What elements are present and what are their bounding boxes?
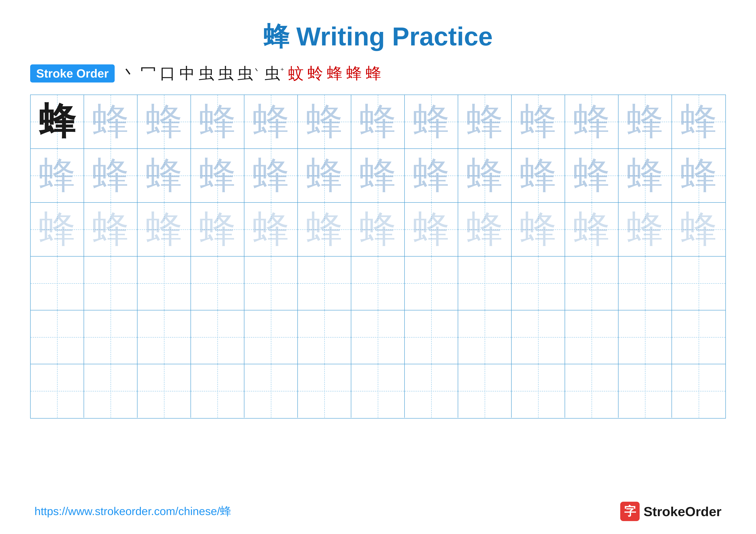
grid-cell-r6-c9[interactable]	[458, 364, 512, 418]
grid-cell-r4-c11[interactable]	[565, 257, 618, 310]
grid-cell-r1-c8: 蜂	[405, 95, 458, 148]
grid-cell-r2-c10: 蜂	[512, 149, 565, 202]
grid-cell-r4-c3[interactable]	[138, 257, 191, 310]
grid-cell-r4-c6[interactable]	[298, 257, 351, 310]
grid-cell-r3-c3: 蜂	[138, 203, 191, 256]
grid-cell-r4-c12[interactable]	[618, 257, 672, 310]
grid-cell-r6-c7[interactable]	[351, 364, 405, 418]
grid-cell-r1-c5: 蜂	[244, 95, 298, 148]
grid-row-1: 蜂 蜂 蜂 蜂 蜂 蜂 蜂 蜂 蜂 蜂 蜂 蜂 蜂	[31, 95, 725, 149]
grid-cell-r5-c8[interactable]	[405, 310, 458, 364]
stroke-step-7: 虫丶	[237, 63, 261, 84]
grid-cell-r4-c1[interactable]	[31, 257, 84, 310]
grid-cell-r5-c12[interactable]	[618, 310, 672, 364]
grid-cell-r2-c9: 蜂	[458, 149, 512, 202]
grid-cell-r1-c7: 蜂	[351, 95, 405, 148]
grid-cell-r1-c13: 蜂	[672, 95, 725, 148]
title-character: 蜂	[263, 22, 289, 51]
grid-cell-r4-c8[interactable]	[405, 257, 458, 310]
grid-cell-r2-c5: 蜂	[244, 149, 298, 202]
grid-cell-r2-c7: 蜂	[351, 149, 405, 202]
grid-cell-r2-c12: 蜂	[618, 149, 672, 202]
grid-cell-r4-c7[interactable]	[351, 257, 405, 310]
grid-row-2: 蜂 蜂 蜂 蜂 蜂 蜂 蜂 蜂 蜂 蜂 蜂 蜂 蜂	[31, 149, 725, 203]
grid-cell-r6-c11[interactable]	[565, 364, 618, 418]
stroke-step-4: 中	[179, 63, 195, 84]
grid-cell-r6-c2[interactable]	[84, 364, 138, 418]
grid-cell-r5-c9[interactable]	[458, 310, 512, 364]
grid-cell-r6-c4[interactable]	[191, 364, 244, 418]
grid-cell-r6-c10[interactable]	[512, 364, 565, 418]
grid-cell-r5-c5[interactable]	[244, 310, 298, 364]
grid-cell-r1-c9: 蜂	[458, 95, 512, 148]
grid-cell-r2-c13: 蜂	[672, 149, 725, 202]
grid-cell-r5-c6[interactable]	[298, 310, 351, 364]
grid-cell-r4-c2[interactable]	[84, 257, 138, 310]
stroke-step-10: 蛉	[308, 63, 323, 84]
grid-cell-r1-c2: 蜂	[84, 95, 138, 148]
grid-row-5	[31, 310, 725, 364]
page: 蜂 Writing Practice Stroke Order 丶 冖 口 中 …	[0, 0, 756, 534]
grid-cell-r2-c8: 蜂	[405, 149, 458, 202]
footer: https://www.strokeorder.com/chinese/蜂 字 …	[17, 495, 739, 521]
grid-cell-r2-c6: 蜂	[298, 149, 351, 202]
grid-cell-r2-c1: 蜂	[31, 149, 84, 202]
grid-cell-r6-c1[interactable]	[31, 364, 84, 418]
stroke-step-3: 口	[160, 63, 176, 84]
grid-cell-r3-c5: 蜂	[244, 203, 298, 256]
stroke-order-badge: Stroke Order	[30, 64, 115, 83]
grid-cell-r1-c3: 蜂	[138, 95, 191, 148]
grid-cell-r5-c4[interactable]	[191, 310, 244, 364]
grid-cell-r6-c3[interactable]	[138, 364, 191, 418]
grid-cell-r3-c11: 蜂	[565, 203, 618, 256]
grid-row-4	[31, 257, 725, 310]
grid-cell-r5-c2[interactable]	[84, 310, 138, 364]
stroke-order-row: Stroke Order 丶 冖 口 中 虫 虫 虫丶 虫⁺ 蚊 蛉 蜂 蜂 蜂	[17, 63, 739, 84]
grid-cell-r3-c8: 蜂	[405, 203, 458, 256]
stroke-step-8: 虫⁺	[265, 63, 284, 84]
grid-cell-r6-c6[interactable]	[298, 364, 351, 418]
grid-cell-r5-c3[interactable]	[138, 310, 191, 364]
stroke-step-13: 蜂	[366, 63, 381, 84]
grid-cell-r3-c9: 蜂	[458, 203, 512, 256]
stroke-step-6: 虫	[218, 63, 233, 84]
grid-cell-r1-c12: 蜂	[618, 95, 672, 148]
grid-cell-r4-c9[interactable]	[458, 257, 512, 310]
stroke-step-5: 虫	[199, 63, 214, 84]
grid-cell-r4-c10[interactable]	[512, 257, 565, 310]
grid-cell-r4-c4[interactable]	[191, 257, 244, 310]
grid-cell-r4-c13[interactable]	[672, 257, 725, 310]
grid-cell-r5-c7[interactable]	[351, 310, 405, 364]
grid-cell-r2-c4: 蜂	[191, 149, 244, 202]
grid-cell-r6-c12[interactable]	[618, 364, 672, 418]
grid-cell-r3-c2: 蜂	[84, 203, 138, 256]
grid-cell-r3-c1: 蜂	[31, 203, 84, 256]
grid-cell-r5-c10[interactable]	[512, 310, 565, 364]
grid-cell-r1-c10: 蜂	[512, 95, 565, 148]
grid-row-6	[31, 364, 725, 418]
grid-cell-r4-c5[interactable]	[244, 257, 298, 310]
grid-cell-r2-c3: 蜂	[138, 149, 191, 202]
grid-cell-r5-c11[interactable]	[565, 310, 618, 364]
char-bold: 蜂	[39, 103, 75, 140]
grid-cell-r5-c1[interactable]	[31, 310, 84, 364]
footer-url[interactable]: https://www.strokeorder.com/chinese/蜂	[35, 504, 231, 519]
stroke-step-12: 蜂	[346, 63, 362, 84]
stroke-step-2: 冖	[141, 63, 156, 84]
grid-cell-r2-c11: 蜂	[565, 149, 618, 202]
grid-row-3: 蜂 蜂 蜂 蜂 蜂 蜂 蜂 蜂 蜂 蜂 蜂 蜂 蜂	[31, 203, 725, 257]
footer-logo: 字 StrokeOrder	[620, 502, 721, 521]
grid-cell-r6-c13[interactable]	[672, 364, 725, 418]
grid-cell-r5-c13[interactable]	[672, 310, 725, 364]
stroke-step-9: 蚊	[288, 63, 304, 84]
grid-cell-r3-c13: 蜂	[672, 203, 725, 256]
grid-cell-r3-c7: 蜂	[351, 203, 405, 256]
stroke-step-11: 蜂	[327, 63, 342, 84]
grid-cell-r1-c6: 蜂	[298, 95, 351, 148]
grid-cell-r6-c8[interactable]	[405, 364, 458, 418]
grid-cell-r3-c12: 蜂	[618, 203, 672, 256]
footer-logo-icon: 字	[620, 502, 640, 521]
grid-cell-r6-c5[interactable]	[244, 364, 298, 418]
grid-cell-r1-c4: 蜂	[191, 95, 244, 148]
footer-logo-text: StrokeOrder	[643, 504, 721, 519]
